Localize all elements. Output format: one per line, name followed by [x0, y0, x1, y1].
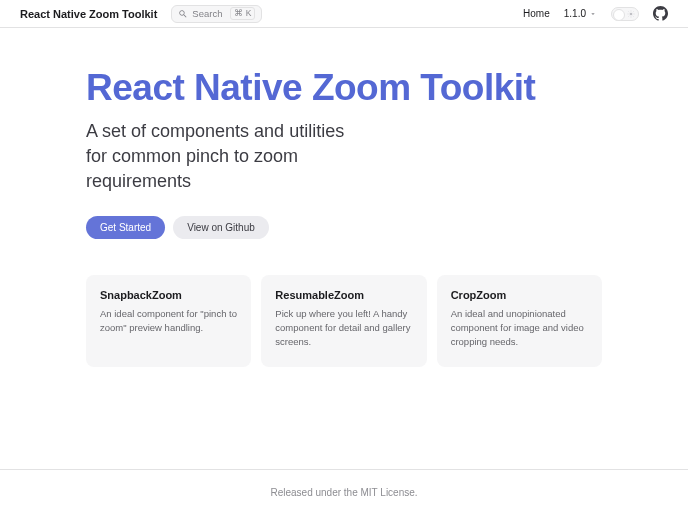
hero-buttons: Get Started View on Github	[86, 216, 602, 239]
sun-icon	[627, 10, 635, 18]
hero: React Native Zoom Toolkit A set of compo…	[0, 28, 688, 239]
search-placeholder: Search	[192, 8, 222, 19]
feature-card-resumable: ResumableZoom Pick up where you left! A …	[261, 275, 426, 366]
site-title[interactable]: React Native Zoom Toolkit	[20, 8, 157, 20]
feature-title: SnapbackZoom	[100, 289, 237, 301]
version-label: 1.1.0	[564, 8, 586, 19]
feature-card-crop: CropZoom An ideal and unopinionated comp…	[437, 275, 602, 366]
search-icon	[178, 9, 188, 19]
version-select[interactable]: 1.1.0	[564, 8, 597, 19]
feature-title: ResumableZoom	[275, 289, 412, 301]
features: SnapbackZoom An ideal component for "pin…	[0, 239, 688, 366]
feature-desc: Pick up where you left! A handy componen…	[275, 307, 412, 348]
nav-home[interactable]: Home	[523, 8, 550, 19]
feature-desc: An ideal and unopinionated component for…	[451, 307, 588, 348]
hero-subtitle: A set of components and utilities for co…	[86, 119, 366, 195]
footer: Released under the MIT License.	[0, 469, 688, 512]
nav-right: Home 1.1.0	[523, 6, 668, 21]
header: React Native Zoom Toolkit Search ⌘ K Hom…	[0, 0, 688, 28]
chevron-down-icon	[589, 10, 597, 18]
feature-desc: An ideal component for "pinch to zoom" p…	[100, 307, 237, 335]
search-shortcut: ⌘ K	[230, 7, 255, 20]
feature-card-snapback: SnapbackZoom An ideal component for "pin…	[86, 275, 251, 366]
feature-title: CropZoom	[451, 289, 588, 301]
theme-toggle[interactable]	[611, 7, 639, 21]
view-github-button[interactable]: View on Github	[173, 216, 269, 239]
get-started-button[interactable]: Get Started	[86, 216, 165, 239]
search-box[interactable]: Search ⌘ K	[171, 5, 262, 23]
github-icon[interactable]	[653, 6, 668, 21]
svg-point-0	[630, 12, 633, 15]
footer-text: Released under the MIT License.	[270, 487, 417, 498]
hero-title: React Native Zoom Toolkit	[86, 68, 602, 109]
